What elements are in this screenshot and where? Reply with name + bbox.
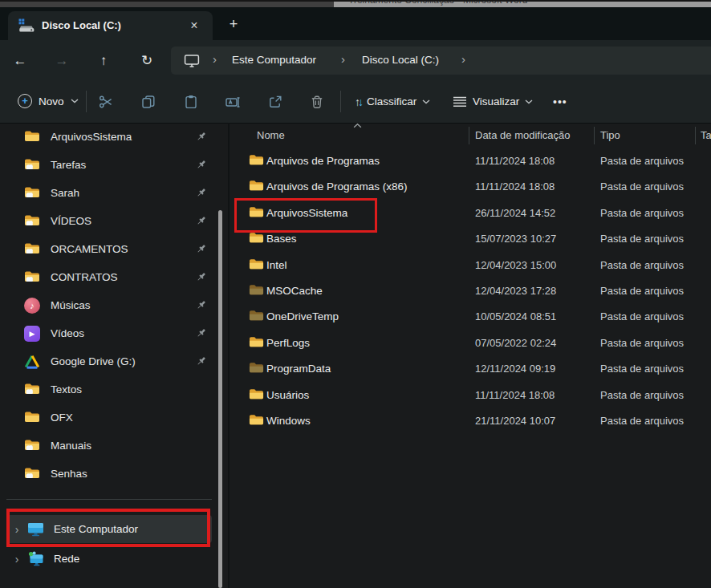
- more-options-button[interactable]: •••: [550, 90, 571, 113]
- pin-icon: [195, 215, 207, 227]
- file-row-perflogs[interactable]: PerfLogs 07/05/2022 02:24 Pasta de arqui…: [230, 330, 711, 356]
- folder-icon: [249, 258, 264, 271]
- chevron-down-icon: [71, 99, 79, 103]
- sidebar-item-textos[interactable]: Textos: [0, 375, 228, 403]
- sidebar-item-senhas[interactable]: Senhas: [0, 460, 228, 488]
- annotation-box-arquivossistema: [234, 198, 377, 233]
- background-window-strip: Treinamento Conciliação - Microsoft Word: [0, 0, 711, 7]
- scissors-icon: [98, 94, 114, 110]
- cloud-folder-icon: [24, 186, 40, 200]
- chevron-right-icon: ›: [341, 52, 345, 66]
- folder-icon: [24, 411, 40, 424]
- new-tab-button[interactable]: +: [223, 14, 244, 35]
- pin-icon: [195, 187, 207, 199]
- file-row-programdata[interactable]: ProgramData 12/11/2024 09:19 Pasta de ar…: [230, 356, 711, 382]
- hidden-folder-icon: [249, 310, 264, 322]
- back-icon[interactable]: ←: [10, 51, 30, 71]
- up-icon[interactable]: ↑: [93, 51, 114, 71]
- pin-icon: [195, 159, 207, 171]
- background-window-edge: [0, 2, 334, 7]
- file-row-arquivos-de-programas[interactable]: Arquivos de Programas 11/11/2024 18:08 P…: [230, 148, 711, 174]
- cloud-folder-icon: [24, 383, 40, 396]
- folder-icon: [249, 180, 264, 193]
- view-button[interactable]: Visualizar: [449, 90, 536, 113]
- sidebar-item-orcamentos[interactable]: ORCAMENTOS: [0, 235, 228, 263]
- folder-icon: [249, 414, 264, 427]
- refresh-icon[interactable]: ↻: [136, 51, 157, 71]
- column-divider[interactable]: [695, 127, 696, 144]
- file-row-onedrivetemp[interactable]: OneDriveTemp 10/05/2024 08:51 Pasta de a…: [230, 304, 711, 330]
- view-lines-icon: [453, 96, 467, 107]
- forward-icon[interactable]: →: [51, 51, 72, 71]
- view-button-label: Visualizar: [473, 95, 519, 107]
- network-icon: [27, 551, 44, 566]
- google-drive-icon: [24, 355, 40, 369]
- folder-icon: [249, 388, 264, 401]
- file-row-arquivos-de-programas-x86[interactable]: Arquivos de Programas (x86) 11/11/2024 1…: [230, 174, 711, 200]
- breadcrumb[interactable]: › Este Computador › Disco Local (C:) ›: [171, 47, 711, 75]
- sidebar-scrollbar[interactable]: [218, 210, 222, 588]
- sidebar-item-ofx[interactable]: OFX: [0, 403, 228, 432]
- folder-icon: [24, 130, 40, 144]
- cut-button[interactable]: [96, 92, 116, 112]
- sidebar-item-musicas[interactable]: ♪ Músicas: [0, 291, 228, 319]
- pin-icon: [195, 243, 207, 255]
- file-row-windows[interactable]: Windows 21/11/2024 10:07 Pasta de arquiv…: [230, 408, 711, 434]
- chevron-down-icon: [422, 99, 430, 104]
- paste-icon: [183, 94, 199, 110]
- column-divider[interactable]: [594, 127, 595, 144]
- rename-button[interactable]: [223, 92, 242, 112]
- cloud-folder-icon: [24, 158, 40, 172]
- sidebar-item-contratos[interactable]: CONTRATOS: [0, 263, 228, 291]
- paste-button[interactable]: [181, 92, 201, 112]
- sidebar-item-rede[interactable]: › Rede: [6, 545, 212, 573]
- sort-button[interactable]: ↑↓ Classificar: [351, 90, 433, 113]
- trash-icon: [309, 94, 325, 110]
- hidden-folder-icon: [249, 362, 264, 375]
- share-button[interactable]: [266, 92, 285, 112]
- pin-icon: [195, 299, 207, 311]
- sidebar-item-videos[interactable]: ▶ Vídeos: [0, 319, 228, 347]
- chevron-expand-icon[interactable]: ›: [6, 553, 27, 566]
- breadcrumb-este-computador[interactable]: Este Computador: [232, 54, 316, 66]
- new-button[interactable]: + Novo: [11, 89, 85, 113]
- copy-button[interactable]: [139, 92, 158, 112]
- share-icon: [267, 94, 283, 110]
- sidebar-item-tarefas[interactable]: Tarefas: [0, 151, 228, 179]
- sidebar-item-google-drive[interactable]: Google Drive (G:): [0, 347, 228, 375]
- hidden-folder-icon: [249, 284, 264, 297]
- video-icon: ▶: [24, 326, 40, 342]
- background-window-title: Treinamento Conciliação - Microsoft Word: [348, 2, 527, 6]
- sidebar-item-videos-caps[interactable]: VÍDEOS: [0, 207, 228, 235]
- file-row-intel[interactable]: Intel 12/04/2023 15:00 Pasta de arquivos: [230, 253, 711, 278]
- column-header-nome[interactable]: Nome: [257, 129, 285, 141]
- column-header-data[interactable]: Data de modificação: [475, 129, 571, 141]
- tab-close-icon[interactable]: ×: [185, 17, 203, 34]
- column-divider[interactable]: [469, 127, 469, 144]
- music-icon: ♪: [24, 298, 40, 314]
- sidebar-item-manuais[interactable]: Manuais: [0, 432, 228, 460]
- breadcrumb-disco-local[interactable]: Disco Local (C:): [362, 54, 439, 66]
- command-toolbar: + Novo ↑↓ Classificar V: [0, 80, 711, 124]
- ellipsis-icon: •••: [553, 95, 567, 108]
- sidebar-item-sarah[interactable]: Sarah: [0, 179, 228, 207]
- cloud-folder-icon: [24, 439, 40, 452]
- tab-title: Disco Local (C:): [42, 19, 121, 31]
- delete-button[interactable]: [307, 92, 327, 112]
- column-headers: Nome Data de modificação Tipo Ta: [230, 123, 711, 148]
- file-row-usuarios[interactable]: Usuários 11/11/2024 18:08 Pasta de arqui…: [230, 383, 711, 408]
- sort-arrows-icon: ↑↓: [355, 95, 361, 108]
- file-row-msocache[interactable]: MSOCache 12/04/2023 17:28 Pasta de arqui…: [230, 278, 711, 304]
- tab-bar: Disco Local (C:) × +: [0, 7, 711, 40]
- plus-circle-icon: +: [18, 94, 32, 108]
- column-header-tipo[interactable]: Tipo: [600, 129, 620, 141]
- chevron-right-icon: ›: [213, 52, 217, 66]
- address-bar: ← → ↑ ↻ › Este Computador › Disco Local …: [0, 40, 711, 80]
- tab-disco-local[interactable]: Disco Local (C:) ×: [8, 11, 213, 40]
- column-header-tamanho[interactable]: Ta: [701, 129, 711, 141]
- drive-icon: [18, 18, 35, 33]
- sidebar-divider: [6, 499, 212, 500]
- pin-icon: [195, 131, 207, 143]
- background-window-titlebar: Treinamento Conciliação - Microsoft Word: [334, 2, 711, 7]
- sidebar-item-arquivossistema[interactable]: ArquivosSistema: [0, 123, 228, 151]
